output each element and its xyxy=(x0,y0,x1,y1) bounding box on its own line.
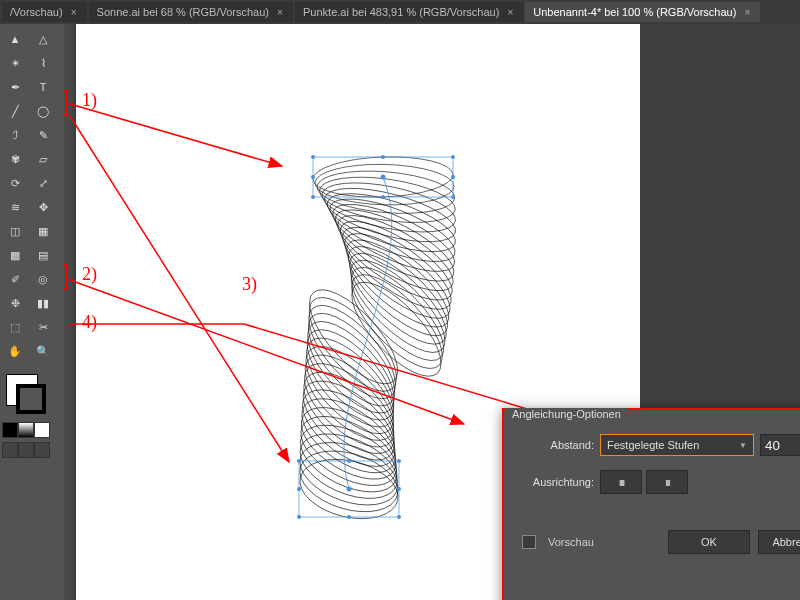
document-tabbar: /Vorschau)× Sonne.ai bei 68 % (RGB/Vorsc… xyxy=(0,0,800,24)
tab-label: Unbenannt-4* bei 100 % (RGB/Vorschau) xyxy=(533,6,736,18)
svg-point-58 xyxy=(297,487,301,491)
lasso-tool[interactable]: ⌇ xyxy=(30,52,56,74)
svg-point-56 xyxy=(347,459,351,463)
orientation-align-path[interactable]: ııııı xyxy=(646,470,688,494)
hand-tool[interactable]: ✋ xyxy=(2,340,28,362)
close-icon[interactable]: × xyxy=(742,7,752,17)
pencil-tool[interactable]: ✎ xyxy=(30,124,56,146)
pen-tool[interactable]: ✒ xyxy=(2,76,28,98)
svg-point-50 xyxy=(311,175,315,179)
eraser-tool[interactable]: ▱ xyxy=(30,148,56,170)
spacing-label: Abstand: xyxy=(522,439,594,451)
spacing-dropdown[interactable]: Festgelegte Stufen ▼ xyxy=(600,434,754,456)
highlight-blend-tool xyxy=(64,264,67,290)
svg-point-47 xyxy=(451,195,455,199)
ellipse-tool[interactable]: ◯ xyxy=(30,100,56,122)
svg-point-48 xyxy=(381,155,385,159)
cancel-button[interactable]: Abbrechen xyxy=(758,530,800,554)
shape-builder-tool[interactable]: ◫ xyxy=(2,220,28,242)
orientation-align-page[interactable]: ıııııı xyxy=(600,470,642,494)
tab-label: /Vorschau) xyxy=(10,6,63,18)
paintbrush-tool[interactable]: ℐ xyxy=(2,124,28,146)
color-gradient[interactable] xyxy=(18,422,34,438)
svg-point-16 xyxy=(337,240,460,358)
column-graph-tool[interactable]: ▮▮ xyxy=(30,292,56,314)
preview-checkbox[interactable] xyxy=(522,535,536,549)
selection-tool[interactable]: ▲ xyxy=(2,28,28,50)
svg-point-55 xyxy=(397,515,401,519)
dialog-title: Angleichung-Optionen xyxy=(506,408,627,420)
highlight-ellipse-tool xyxy=(64,90,67,116)
blend-artwork xyxy=(261,149,541,549)
gradient-tool[interactable]: ▤ xyxy=(30,244,56,266)
close-icon[interactable]: × xyxy=(69,7,79,17)
magic-wand-tool[interactable]: ✴ xyxy=(2,52,28,74)
orientation-label: Ausrichtung: xyxy=(522,476,594,488)
width-tool[interactable]: ≋ xyxy=(2,196,28,218)
blend-tool[interactable]: ◎ xyxy=(30,268,56,290)
tab-1[interactable]: Sonne.ai bei 68 % (RGB/Vorschau)× xyxy=(89,2,293,22)
svg-point-23 xyxy=(295,292,410,412)
canvas-area[interactable]: 1) 2) 3) 4) Angleichung-Optionen Abstand… xyxy=(64,24,800,600)
svg-point-5 xyxy=(319,177,460,252)
line-tool[interactable]: ╱ xyxy=(2,100,28,122)
svg-point-60 xyxy=(381,175,386,180)
artboard-tool[interactable]: ⬚ xyxy=(2,316,28,338)
blob-tool[interactable]: ✾ xyxy=(2,148,28,170)
svg-point-52 xyxy=(297,459,301,463)
direct-selection-tool[interactable]: △ xyxy=(30,28,56,50)
zoom-tool[interactable]: 🔍 xyxy=(30,340,56,362)
tab-0[interactable]: /Vorschau)× xyxy=(2,2,87,22)
svg-point-17 xyxy=(337,247,458,366)
mesh-tool[interactable]: ▩ xyxy=(2,244,28,266)
close-icon[interactable]: × xyxy=(505,7,515,17)
tab-label: Punkte.ai bei 483,91 % (RGB/Vorschau) xyxy=(303,6,499,18)
chevron-down-icon: ▼ xyxy=(739,441,747,450)
slice-tool[interactable]: ✂ xyxy=(30,316,56,338)
tab-label: Sonne.ai bei 68 % (RGB/Vorschau) xyxy=(97,6,269,18)
svg-point-54 xyxy=(297,515,301,519)
svg-point-37 xyxy=(290,411,407,505)
tools-panel: ▲△✴⌇✒T╱◯ℐ✎✾▱⟳⤢≋✥◫▦▩▤✐◎❉▮▮⬚✂✋🔍 xyxy=(0,24,64,600)
draw-behind[interactable] xyxy=(18,442,34,458)
svg-point-49 xyxy=(381,195,385,199)
svg-point-3 xyxy=(317,170,459,230)
svg-point-45 xyxy=(451,155,455,159)
close-icon[interactable]: × xyxy=(275,7,285,17)
svg-point-59 xyxy=(397,487,401,491)
color-mode-row xyxy=(2,422,62,438)
svg-point-44 xyxy=(311,155,315,159)
svg-point-57 xyxy=(347,515,351,519)
screen-mode-row xyxy=(2,442,62,458)
svg-point-53 xyxy=(397,459,401,463)
rotate-tool[interactable]: ⟳ xyxy=(2,172,28,194)
color-solid[interactable] xyxy=(2,422,18,438)
svg-point-61 xyxy=(347,487,352,492)
steps-input[interactable] xyxy=(760,434,800,456)
eyedropper-tool[interactable]: ✐ xyxy=(2,268,28,290)
free-transform-tool[interactable]: ✥ xyxy=(30,196,56,218)
preview-label: Vorschau xyxy=(548,536,594,548)
stroke-swatch[interactable] xyxy=(16,384,46,414)
draw-normal[interactable] xyxy=(2,442,18,458)
svg-point-51 xyxy=(451,175,455,179)
tab-2[interactable]: Punkte.ai bei 483,91 % (RGB/Vorschau)× xyxy=(295,2,523,22)
spacing-dropdown-value: Festgelegte Stufen xyxy=(607,439,699,451)
type-tool[interactable]: T xyxy=(30,76,56,98)
blend-options-dialog: Angleichung-Optionen Abstand: Festgelegt… xyxy=(502,408,800,600)
scale-tool[interactable]: ⤢ xyxy=(30,172,56,194)
color-none[interactable] xyxy=(34,422,50,438)
symbol-spray-tool[interactable]: ❉ xyxy=(2,292,28,314)
ok-button[interactable]: OK xyxy=(668,530,750,554)
tab-3[interactable]: Unbenannt-4* bei 100 % (RGB/Vorschau)× xyxy=(525,2,760,22)
draw-inside[interactable] xyxy=(34,442,50,458)
svg-point-46 xyxy=(311,195,315,199)
fill-stroke-swatch[interactable] xyxy=(2,370,50,418)
perspective-tool[interactable]: ▦ xyxy=(30,220,56,242)
